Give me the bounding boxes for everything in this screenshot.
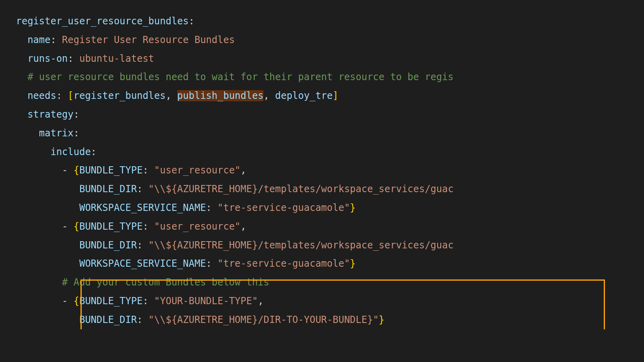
code-editor-viewport[interactable]: register_user_resource_bundles: name: Re… xyxy=(16,12,644,329)
code-line: needs: [register_bundles, publish_bundle… xyxy=(16,87,644,105)
search-match-highlight: publish_bundles xyxy=(177,90,264,101)
code-line: include: xyxy=(16,143,644,161)
code-line: runs-on: ubuntu-latest xyxy=(16,49,644,68)
code-line: - {BUNDLE_TYPE: "user_resource", xyxy=(16,217,644,236)
code-line: register_user_resource_bundles: xyxy=(16,12,644,31)
code-line-comment: # user resource bundles need to wait for… xyxy=(16,68,644,87)
code-line: WORKSPACE_SERVICE_NAME: "tre-service-gua… xyxy=(16,199,644,217)
code-line: matrix: xyxy=(16,124,644,143)
code-line: WORKSPACE_SERVICE_NAME: "tre-service-gua… xyxy=(16,254,644,273)
code-line-comment: # Add your custom Bundles below this xyxy=(16,273,644,292)
code-line: BUNDLE_DIR: "\\${AZURETRE_HOME}/template… xyxy=(16,180,644,199)
code-line: name: Register User Resource Bundles xyxy=(16,31,644,49)
code-line: strategy: xyxy=(16,105,644,124)
code-line: - {BUNDLE_TYPE: "user_resource", xyxy=(16,161,644,180)
code-line: BUNDLE_DIR: "\\${AZURETRE_HOME}/DIR-TO-Y… xyxy=(16,311,644,329)
code-line: BUNDLE_DIR: "\\${AZURETRE_HOME}/template… xyxy=(16,236,644,255)
yaml-key: register_user_resource_bundles xyxy=(16,16,188,27)
code-line: - {BUNDLE_TYPE: "YOUR-BUNDLE-TYPE", xyxy=(16,292,644,311)
